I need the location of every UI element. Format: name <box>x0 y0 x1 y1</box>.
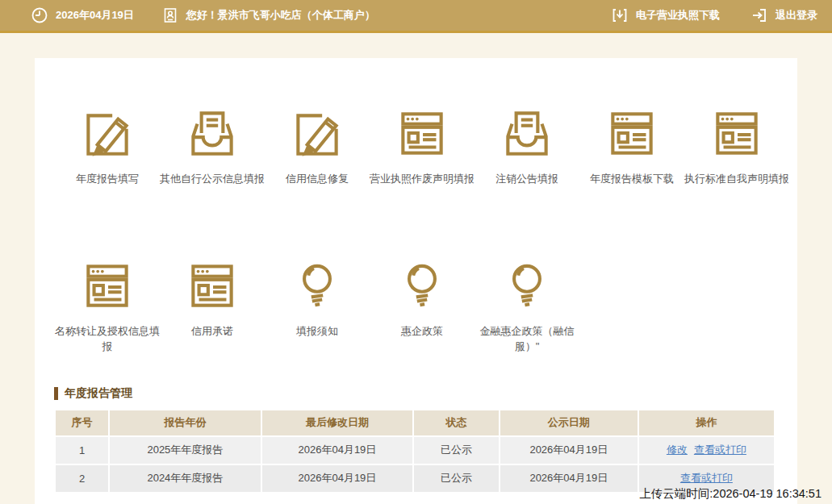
edit-square-icon <box>287 103 347 163</box>
main-panel: 年度报告填写 其他自行公示信息填报 信用信息修复 营业执照作废声明填报 注销公告… <box>35 58 797 504</box>
cell-index: 2 <box>56 465 108 492</box>
header-index: 序号 <box>56 410 108 435</box>
menu-item-cancellation-announcement-fill[interactable]: 注销公告填报 <box>475 103 579 187</box>
clock-icon <box>31 6 48 24</box>
menu-item-label: 信用信息修复 <box>286 172 349 187</box>
logout-button[interactable]: 退出登录 <box>750 6 817 24</box>
cell-report-year: 2024年年度报告 <box>110 465 261 492</box>
annual-report-management-section: 年度报告管理 序号 报告年份 最后修改日期 状态 公示日期 操作 1 <box>54 386 776 494</box>
lightbulb-icon <box>392 256 452 315</box>
cell-actions: 修改查看或打印 <box>639 437 774 464</box>
header-report-year: 报告年份 <box>110 410 261 435</box>
table-header-row: 序号 报告年份 最后修改日期 状态 公示日期 操作 <box>56 410 774 435</box>
menu-item-label: 惠企政策 <box>401 324 443 339</box>
cell-status: 已公示 <box>414 437 499 464</box>
table-row: 1 2025年年度报告 2026年04月19日 已公示 2026年04月19日 … <box>56 437 774 464</box>
logout-label: 退出登录 <box>776 8 817 23</box>
menu-item-other-publicity-info-fill[interactable]: 其他自行公示信息填报 <box>160 103 265 187</box>
menu-item-name-transfer-authorization-fill[interactable]: 名称转让及授权信息填报 <box>55 256 160 355</box>
menu-row-2: 名称转让及授权信息填报 信用承诺 填报须知 惠企政策 金融惠企政策（融信服）" <box>35 256 797 355</box>
header-actions: 操作 <box>639 410 774 435</box>
cell-publish-date: 2026年04月19日 <box>500 437 638 464</box>
cell-status: 已公示 <box>414 465 499 492</box>
cell-index: 1 <box>56 437 108 464</box>
inbox-tray-icon <box>497 103 557 163</box>
view-or-print-link[interactable]: 查看或打印 <box>680 472 733 484</box>
license-download-button[interactable]: 电子营业执照下载 <box>611 6 720 24</box>
menu-item-label: 金融惠企政策（融信服）" <box>475 324 579 355</box>
menu-item-credit-commitment[interactable]: 信用承诺 <box>160 256 265 355</box>
header-last-modified: 最后修改日期 <box>262 410 413 435</box>
menu-item-label: 信用承诺 <box>191 324 233 339</box>
cell-last-modified: 2026年04月19日 <box>262 437 413 464</box>
cell-last-modified: 2026年04月19日 <box>262 465 413 492</box>
menu-item-execution-standard-self-declaration[interactable]: 执行标准自我声明填报 <box>684 103 789 187</box>
modify-link[interactable]: 修改 <box>667 444 688 456</box>
menu-row-1: 年度报告填写 其他自行公示信息填报 信用信息修复 营业执照作废声明填报 注销公告… <box>35 103 797 187</box>
topbar: 2026年04月19日 您好！景洪市飞哥小吃店（个体工商户） 电子营业执照下载 <box>0 0 832 33</box>
header-status: 状态 <box>414 410 499 435</box>
menu-item-enterprise-benefit-policy[interactable]: 惠企政策 <box>370 256 475 355</box>
license-download-label: 电子营业执照下载 <box>636 8 720 23</box>
lightbulb-icon <box>497 256 557 315</box>
menu-item-annual-report-template-download[interactable]: 年度报告模板下载 <box>579 103 684 187</box>
cell-report-year: 2025年年度报告 <box>110 437 261 464</box>
menu-item-label: 年度报告填写 <box>76 172 139 187</box>
menu-item-license-invalidation-declaration[interactable]: 营业执照作废声明填报 <box>370 103 475 187</box>
download-icon <box>611 6 629 24</box>
menu-item-label: 营业执照作废声明填报 <box>370 172 475 187</box>
edit-square-icon <box>77 103 137 163</box>
header-publish-date: 公示日期 <box>500 410 638 435</box>
menu-item-financial-benefit-policy[interactable]: 金融惠企政策（融信服）" <box>475 256 579 355</box>
section-title-bar <box>54 387 58 400</box>
browser-window-icon <box>182 256 242 315</box>
lightbulb-icon <box>287 256 347 315</box>
menu-item-credit-info-repair[interactable]: 信用信息修复 <box>265 103 370 187</box>
browser-window-icon <box>707 103 767 163</box>
browser-window-icon <box>392 103 452 163</box>
menu-item-label: 执行标准自我声明填报 <box>684 172 789 187</box>
menu-item-annual-report-fill[interactable]: 年度报告填写 <box>55 103 160 187</box>
browser-window-icon <box>602 103 662 163</box>
browser-window-icon <box>77 256 137 315</box>
user-badge-icon <box>161 6 179 24</box>
annual-report-table: 序号 报告年份 最后修改日期 状态 公示日期 操作 1 2025年年度报告 20… <box>54 409 776 494</box>
menu-item-filling-instructions[interactable]: 填报须知 <box>265 256 370 355</box>
menu-item-label: 名称转让及授权信息填报 <box>55 324 160 355</box>
section-title-text: 年度报告管理 <box>65 386 132 401</box>
cell-publish-date: 2026年04月19日 <box>500 465 638 492</box>
menu-item-label: 其他自行公示信息填报 <box>160 172 265 187</box>
section-title: 年度报告管理 <box>54 386 776 401</box>
inbox-tray-icon <box>182 103 242 163</box>
logout-icon <box>750 6 768 24</box>
upload-time-text: 上传云端时间:2026-04-19 16:34:51 <box>639 486 822 502</box>
topbar-date: 2026年04月19日 <box>56 8 134 23</box>
menu-item-label: 注销公告填报 <box>495 172 558 187</box>
view-or-print-link[interactable]: 查看或打印 <box>694 444 746 456</box>
topbar-greeting: 您好！景洪市飞哥小吃店（个体工商户） <box>186 8 375 23</box>
menu-item-label: 填报须知 <box>296 324 338 339</box>
menu-item-label: 年度报告模板下载 <box>590 172 674 187</box>
